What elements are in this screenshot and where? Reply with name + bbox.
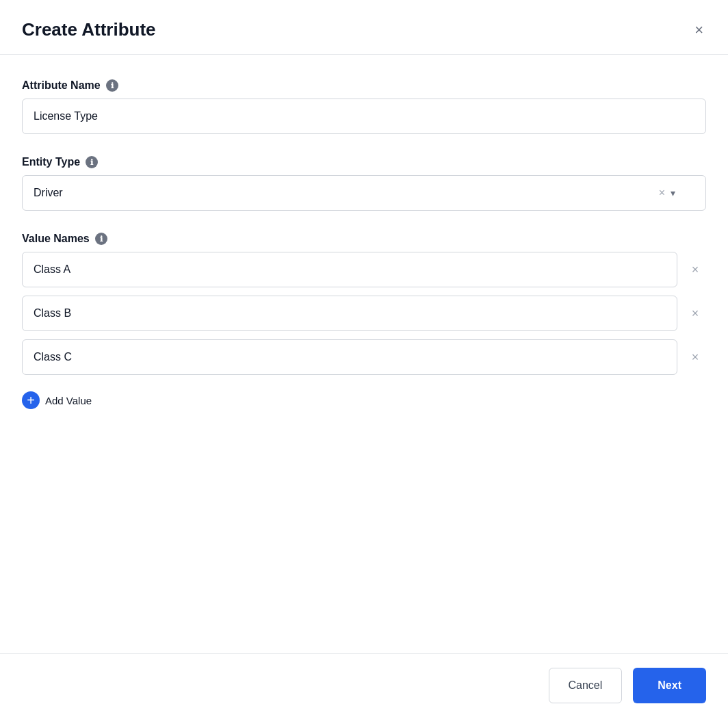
close-button[interactable]: × (692, 20, 706, 40)
entity-type-select[interactable]: Driver × ▾ (22, 175, 706, 211)
attribute-name-input[interactable] (22, 99, 706, 134)
value-item: × (22, 296, 706, 331)
entity-type-clear-icon[interactable]: × (659, 187, 665, 198)
add-value-button[interactable]: + Add Value (22, 391, 92, 409)
next-button[interactable]: Next (633, 668, 706, 703)
value-name-input-1[interactable] (22, 252, 677, 287)
value-item: × (22, 252, 706, 287)
value-names-group: Value Names ℹ × × × (22, 233, 706, 375)
remove-value-button-2[interactable]: × (684, 302, 706, 324)
entity-type-selected-value: Driver (34, 187, 659, 199)
attribute-name-label: Attribute Name ℹ (22, 79, 706, 92)
add-value-icon: + (22, 391, 40, 409)
entity-type-select-wrapper: Driver × ▾ (22, 175, 706, 211)
value-names-label: Value Names ℹ (22, 233, 706, 245)
modal-header: Create Attribute × (0, 0, 728, 55)
value-name-input-3[interactable] (22, 339, 677, 375)
value-name-input-2[interactable] (22, 296, 677, 331)
modal-body: Attribute Name ℹ Entity Type ℹ Driver × … (0, 55, 728, 653)
attribute-name-info-icon: ℹ (106, 79, 118, 92)
entity-type-label: Entity Type ℹ (22, 156, 706, 168)
entity-type-info-icon: ℹ (86, 156, 98, 168)
entity-type-group: Entity Type ℹ Driver × ▾ (22, 156, 706, 211)
chevron-down-icon: ▾ (671, 187, 675, 198)
modal-footer: Cancel Next (0, 653, 728, 717)
remove-value-button-3[interactable]: × (684, 346, 706, 368)
cancel-button[interactable]: Cancel (549, 668, 623, 703)
value-item: × (22, 339, 706, 375)
create-attribute-modal: Create Attribute × Attribute Name ℹ Enti… (0, 0, 728, 717)
modal-title: Create Attribute (22, 19, 156, 40)
select-actions: × ▾ (659, 187, 675, 198)
remove-value-button-1[interactable]: × (684, 259, 706, 281)
attribute-name-group: Attribute Name ℹ (22, 79, 706, 134)
value-names-info-icon: ℹ (95, 233, 107, 245)
add-value-label: Add Value (45, 395, 92, 406)
